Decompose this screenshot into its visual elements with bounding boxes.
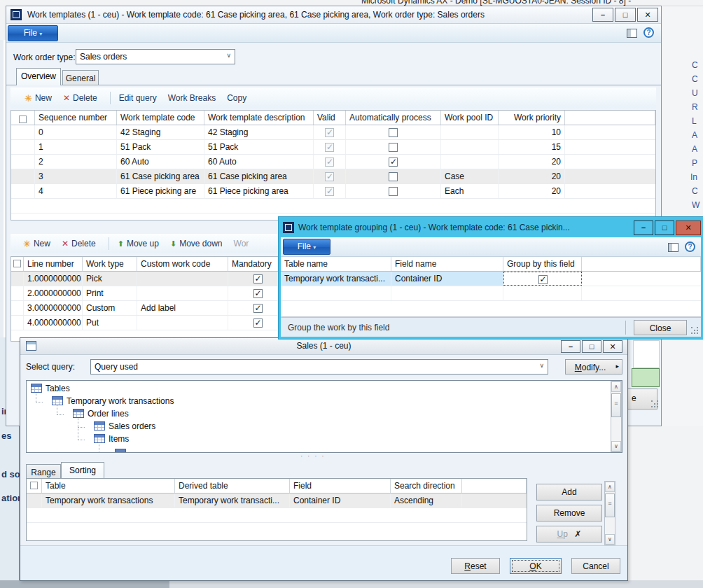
scrollbar-thumb[interactable]: ≡	[605, 493, 615, 517]
work-order-type-select[interactable]: Sales orders ∨	[76, 49, 235, 64]
column-header[interactable]: Work type	[83, 257, 137, 271]
column-header[interactable]: Table	[42, 479, 175, 493]
scroll-down-button[interactable]: ∨	[605, 534, 615, 545]
tab-sorting[interactable]: Sorting	[61, 462, 104, 478]
title-bar[interactable]: Work template grouping (1 - ceu) - Work …	[281, 219, 701, 237]
mandatory-checkbox[interactable]	[253, 318, 263, 328]
row-selector[interactable]	[11, 316, 24, 330]
column-header[interactable]: Work priority	[499, 111, 565, 125]
column-header[interactable]: Valid	[314, 111, 346, 125]
scroll-up-button[interactable]: ∧	[605, 482, 615, 492]
mandatory-checkbox[interactable]	[253, 304, 263, 313]
column-header[interactable]: Work template description	[204, 111, 314, 125]
column-header[interactable]: Search direction	[391, 479, 462, 493]
delete-button[interactable]: ✕Delete	[62, 239, 96, 248]
close-dialog-button[interactable]: Close	[634, 320, 687, 335]
maximize-button[interactable]: □	[615, 8, 636, 22]
close-button[interactable]: ✕	[637, 8, 658, 22]
tab-overview[interactable]: Overview	[16, 68, 61, 85]
help-icon[interactable]: ?	[685, 241, 695, 252]
column-header[interactable]: Field	[290, 479, 391, 493]
select-all-checkbox[interactable]	[11, 257, 24, 271]
minimize-button[interactable]: –	[561, 340, 580, 353]
select-all-checkbox[interactable]	[11, 111, 35, 125]
edit-query-button[interactable]: Edit query	[119, 93, 157, 103]
automatically-process-checkbox[interactable]	[389, 128, 398, 137]
move-up-button[interactable]: ⬆Move up	[118, 239, 159, 248]
row-selector[interactable]	[11, 286, 24, 300]
maximize-button[interactable]: □	[582, 340, 601, 353]
resize-grip[interactable]	[650, 400, 660, 409]
delete-button[interactable]: ✕Delete	[63, 93, 97, 103]
table-row-selected[interactable]: 3 61 Case picking area 61 Case picking a…	[11, 169, 655, 184]
file-menu-button[interactable]: File ▾	[283, 239, 330, 255]
group-by-checkbox[interactable]	[538, 275, 548, 284]
tree-item-items[interactable]: Items	[94, 433, 129, 446]
tree-item-sales-orders[interactable]: Sales orders	[94, 421, 155, 433]
cancel-button[interactable]: Cancel	[571, 558, 620, 574]
splitter-handle[interactable]: · · · ·	[300, 452, 326, 460]
mandatory-checkbox[interactable]	[253, 289, 263, 298]
layout-icon[interactable]	[627, 29, 637, 38]
title-bar[interactable]: Sales (1 - ceu) – □ ✕	[20, 338, 627, 355]
table-row-selected[interactable]: Temporary work transacti... Container ID	[281, 272, 701, 286]
table-row[interactable]: 4 61 Piece picking are 61 Piece picking …	[11, 184, 655, 199]
table-row[interactable]: 0 42 Staging 42 Staging 10	[11, 125, 655, 140]
automatically-process-checkbox[interactable]	[389, 172, 398, 181]
column-header[interactable]: Derived table	[175, 479, 290, 493]
title-bar[interactable]: Work templates (1 - ceu) - Work template…	[6, 6, 661, 24]
row-selector[interactable]	[11, 272, 24, 286]
tree-item-temporary-work-transactions[interactable]: Temporary work transactions	[52, 396, 174, 408]
column-header[interactable]: Automatically process	[346, 111, 441, 125]
row-selector[interactable]	[11, 125, 35, 139]
new-button[interactable]: ✳New	[25, 93, 52, 104]
row-selector[interactable]	[11, 184, 35, 198]
tab-range[interactable]: Range	[26, 464, 61, 478]
maximize-button[interactable]: □	[655, 220, 674, 235]
row-selector[interactable]	[11, 169, 35, 183]
tree-item-order-lines[interactable]: Order lines	[73, 408, 129, 421]
table-row[interactable]: 2 60 Auto 60 Auto 20	[11, 155, 655, 169]
close-button[interactable]: ✕	[676, 220, 701, 235]
automatically-process-checkbox[interactable]	[389, 158, 398, 167]
scroll-down-button[interactable]: ∨	[611, 441, 621, 451]
file-menu-button[interactable]: File ▾	[8, 25, 58, 41]
column-header[interactable]: Field name	[391, 257, 503, 271]
automatically-process-checkbox[interactable]	[389, 187, 398, 196]
copy-button[interactable]: Copy	[227, 93, 246, 103]
row-selector[interactable]	[27, 493, 42, 507]
mandatory-checkbox[interactable]	[253, 274, 263, 284]
row-selector[interactable]	[11, 140, 35, 154]
reset-button[interactable]: Reset	[451, 558, 500, 574]
tree-item-tables[interactable]: Tables	[31, 383, 70, 396]
select-query-combobox[interactable]: Query used ∨	[90, 359, 548, 374]
layout-icon[interactable]	[668, 243, 678, 252]
modify-button[interactable]: Modify... ▸	[565, 359, 622, 374]
tab-general[interactable]: General	[62, 70, 99, 85]
select-all-checkbox[interactable]	[27, 479, 42, 493]
column-header[interactable]: Sequence number	[35, 111, 117, 125]
column-header[interactable]: Work pool ID	[441, 111, 499, 125]
table-row-selected[interactable]: Temporary work transactions Temporary wo…	[27, 493, 527, 508]
table-row[interactable]: 1 51 Pack 51 Pack 15	[11, 140, 655, 155]
work-breaks-button[interactable]: Work Breaks	[168, 93, 216, 103]
close-button[interactable]: ✕	[603, 340, 622, 353]
remove-button[interactable]: Remove	[536, 505, 602, 522]
new-button[interactable]: ✳New	[23, 239, 50, 249]
row-selector[interactable]	[11, 155, 35, 169]
ok-button[interactable]: OK	[510, 558, 562, 574]
sorting-scrollbar[interactable]: ∧ ≡ ∨	[604, 481, 615, 545]
column-header[interactable]: Table name	[281, 257, 391, 271]
automatically-process-checkbox[interactable]	[389, 143, 398, 152]
scrollbar-thumb[interactable]: ≡	[611, 393, 621, 417]
scroll-up-button[interactable]: ∧	[611, 382, 621, 392]
help-icon[interactable]: ?	[643, 27, 654, 38]
column-header[interactable]: Custom work code	[137, 257, 228, 271]
column-header[interactable]: Line number	[24, 257, 83, 271]
tree-scrollbar[interactable]: ∧ ≡ ∨	[611, 381, 622, 452]
move-down-button[interactable]: ⬇Move down	[170, 239, 223, 248]
minimize-button[interactable]: –	[634, 220, 653, 235]
row-selector[interactable]	[11, 301, 24, 315]
tree-item-clipped[interactable]	[115, 448, 126, 453]
column-header[interactable]: Work template code	[117, 111, 204, 125]
